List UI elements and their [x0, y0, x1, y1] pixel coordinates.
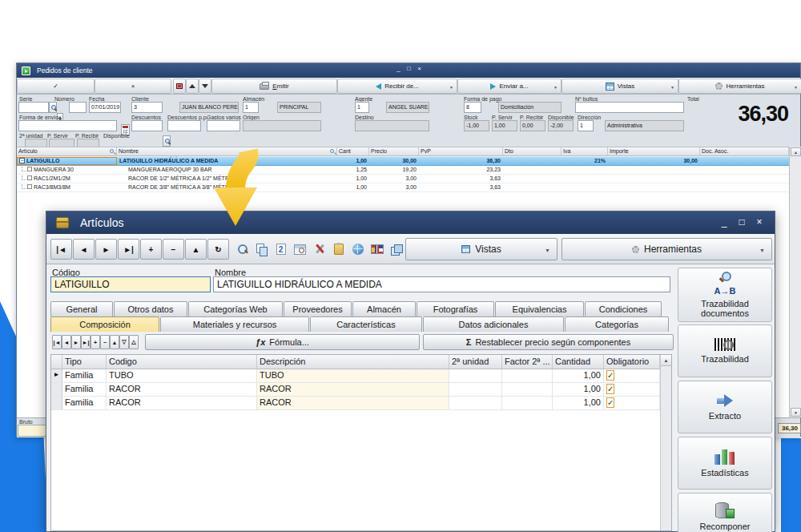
languages-button[interactable] — [368, 239, 386, 260]
descuentos-input[interactable] — [131, 120, 163, 131]
tab-fotografias[interactable]: Fotografías — [417, 301, 494, 316]
obligatorio-checkbox[interactable] — [606, 397, 614, 408]
tab-equivalencias[interactable]: Equivalencias — [495, 301, 584, 316]
column-search-icon[interactable] — [330, 149, 334, 153]
cliente-search-icon[interactable] — [163, 135, 171, 147]
move-down-button[interactable] — [199, 79, 211, 94]
scroll-up-icon[interactable]: ▲ — [791, 147, 801, 156]
obligatorio-checkbox[interactable] — [606, 370, 614, 381]
tools-button[interactable] — [310, 239, 328, 260]
recomponer-button[interactable]: Recomponer — [678, 493, 772, 532]
dialog-herramientas-button[interactable]: Herramientas ▼ — [562, 238, 772, 260]
col-obligatorio[interactable]: Obligatorio — [604, 355, 660, 369]
nav-first-button[interactable]: |◄ — [50, 239, 72, 260]
component-checkbox[interactable] — [27, 184, 32, 189]
tab-condiciones[interactable]: Condiciones — [585, 301, 662, 316]
comp-nav-last-button[interactable]: ►| — [81, 335, 91, 349]
cancel-button[interactable]: × — [95, 79, 171, 94]
col-cantidad[interactable]: Cantidad — [553, 355, 604, 369]
tab-composicion[interactable]: Composición — [50, 316, 159, 332]
comp-nav-next-button[interactable]: ► — [71, 335, 81, 349]
fecha-input[interactable]: 07/01/2019 — [89, 102, 121, 113]
tab-almacen[interactable]: Almacén — [352, 301, 416, 316]
tab-caracteristicas[interactable]: Características — [310, 316, 422, 332]
tab-otros-datos[interactable]: Otros datos — [114, 301, 187, 316]
comp-add-button[interactable]: + — [91, 335, 100, 349]
col-unidad2[interactable]: 2ª unidad — [449, 355, 502, 369]
comp-delete-button[interactable]: − — [100, 335, 110, 349]
codigo-input[interactable]: LATIGUILLO — [50, 276, 211, 292]
add-record-button[interactable]: + — [140, 239, 162, 260]
dialog-titlebar[interactable]: Artículos _ □ × — [46, 212, 775, 234]
col-articulo[interactable]: Artículo — [17, 147, 117, 155]
numero-input[interactable] — [69, 102, 87, 113]
forma-pago-code-input[interactable]: 8 — [464, 102, 481, 113]
nav-prev-button[interactable]: ◄ — [73, 239, 95, 260]
tab-materiales[interactable]: Materiales y recursos — [160, 316, 309, 332]
obligatorio-checkbox[interactable] — [606, 384, 614, 394]
serie-input[interactable] — [18, 102, 49, 113]
delete-line-button[interactable] — [173, 79, 186, 94]
clipboard-button[interactable] — [329, 239, 348, 260]
descuentos-pp-input[interactable] — [167, 120, 201, 131]
tab-datos-adicionales[interactable]: Datos adicionales — [423, 316, 564, 332]
col-iva[interactable]: Iva — [562, 147, 608, 155]
comp-nav-prev-button[interactable]: ◄ — [62, 335, 71, 349]
close-button[interactable]: × — [751, 216, 768, 228]
component-row[interactable]: ► Familia TUBO TUBO 1,00 — [51, 369, 671, 383]
refresh-button[interactable]: ↻ — [207, 239, 229, 260]
maximize-button[interactable]: □ — [404, 65, 414, 72]
agente-code-input[interactable]: 1 — [355, 102, 369, 113]
component-checkbox[interactable] — [27, 167, 32, 171]
gastos-input[interactable] — [207, 120, 240, 131]
composition-grid-scrollbar[interactable]: ▲ — [660, 355, 671, 530]
minimize-button[interactable]: _ — [393, 65, 404, 72]
bultos-input[interactable] — [575, 102, 684, 113]
column-search-icon[interactable] — [110, 149, 114, 153]
move-up-button[interactable] — [186, 79, 199, 94]
comp-move-up-button[interactable]: △ — [129, 335, 139, 349]
dialog-vistas-button[interactable]: Vistas ▼ — [405, 238, 557, 260]
vistas-button[interactable]: Vistas ▼ — [562, 79, 678, 94]
minimize-button[interactable]: _ — [715, 216, 733, 228]
recibir-de-button[interactable]: Recibir de... ▼ — [337, 79, 457, 94]
col-cant[interactable]: Cant — [337, 147, 369, 155]
collapse-icon[interactable] — [19, 158, 25, 163]
nav-next-button[interactable]: ► — [95, 239, 117, 260]
component-checkbox[interactable] — [27, 175, 32, 180]
forma-envio-input[interactable] — [18, 120, 117, 131]
herramientas-button[interactable]: Herramientas ▼ — [678, 79, 801, 94]
tab-categorias[interactable]: Categorías — [565, 316, 669, 332]
emitir-button[interactable]: Emitir — [211, 79, 337, 94]
col-codigo[interactable]: Codigo — [107, 355, 257, 369]
nav-last-button[interactable]: ►| — [118, 239, 139, 260]
order-line-row[interactable]: MANGUERA 30 MANGUERA AEROQUIP 30 BAR 1,2… — [17, 166, 789, 175]
tab-proveedores[interactable]: Proveedores — [284, 301, 352, 316]
search-button[interactable] — [233, 239, 252, 260]
enviar-a-button[interactable]: Enviar a... ▼ — [457, 79, 562, 94]
nombre-input[interactable]: LATIGUILLO HIDRÁULICO A MEDIDA — [213, 276, 670, 292]
extracto-button[interactable]: Extracto — [678, 381, 772, 433]
accept-button[interactable]: ✓ — [17, 79, 95, 94]
col-descripcion[interactable]: Descripción — [257, 355, 449, 369]
direccion-code-input[interactable]: 1 — [578, 120, 594, 131]
serie-search-icon[interactable] — [49, 102, 57, 113]
almacen-code-input[interactable]: 1 — [243, 102, 259, 113]
formula-button[interactable]: ƒx Fórmula... — [145, 334, 420, 350]
comp-edit-button[interactable]: ▲ — [110, 335, 119, 349]
col-doc-asoc[interactable]: Doc. Asoc. — [700, 147, 789, 155]
col-factor2[interactable]: Factor 2ª ... — [502, 355, 553, 369]
component-row[interactable]: Familia RACOR RACOR 1,00 — [51, 383, 671, 397]
edit-record-button[interactable]: ▲ — [185, 239, 207, 260]
order-line-row[interactable]: RAC3/8M3/8M RACOR DE 3/8" MÉTRICA A 3/8"… — [17, 183, 789, 192]
trazabilidad-documentos-button[interactable]: A→B Trazabilidad documentos — [678, 268, 772, 322]
restore-price-button[interactable]: Σ Restablecer precio según componentes — [423, 334, 674, 350]
col-dto[interactable]: Dto — [503, 147, 562, 155]
copy-button[interactable] — [252, 239, 271, 260]
scroll-up-icon[interactable]: ▲ — [661, 355, 671, 366]
web-button[interactable] — [348, 239, 367, 260]
tab-categorias-web[interactable]: Categorías Web — [188, 301, 283, 316]
cliente-code-input[interactable]: 3 — [131, 102, 163, 113]
tab-general[interactable]: General — [50, 301, 113, 316]
col-pvp[interactable]: PvP — [419, 147, 503, 155]
